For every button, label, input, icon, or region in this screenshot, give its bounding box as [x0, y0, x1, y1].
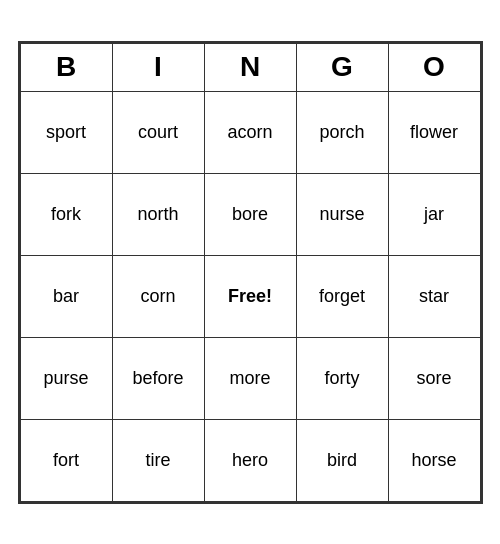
- table-row: pursebeforemorefortysore: [20, 337, 480, 419]
- cell-r1-c3: nurse: [296, 173, 388, 255]
- header-row: BINGO: [20, 43, 480, 91]
- header-g: G: [296, 43, 388, 91]
- cell-r1-c4: jar: [388, 173, 480, 255]
- cell-r1-c1: north: [112, 173, 204, 255]
- header-o: O: [388, 43, 480, 91]
- cell-r2-c0: bar: [20, 255, 112, 337]
- cell-r2-c1: corn: [112, 255, 204, 337]
- cell-r0-c0: sport: [20, 91, 112, 173]
- cell-r4-c2: hero: [204, 419, 296, 501]
- header-n: N: [204, 43, 296, 91]
- cell-r3-c1: before: [112, 337, 204, 419]
- bingo-card: BINGO sportcourtacornporchflowerforknort…: [18, 41, 483, 504]
- cell-r0-c4: flower: [388, 91, 480, 173]
- bingo-table: BINGO sportcourtacornporchflowerforknort…: [20, 43, 481, 502]
- cell-r4-c3: bird: [296, 419, 388, 501]
- cell-r0-c1: court: [112, 91, 204, 173]
- cell-r3-c0: purse: [20, 337, 112, 419]
- cell-r1-c0: fork: [20, 173, 112, 255]
- header-i: I: [112, 43, 204, 91]
- cell-r3-c2: more: [204, 337, 296, 419]
- cell-r2-c3: forget: [296, 255, 388, 337]
- cell-r4-c4: horse: [388, 419, 480, 501]
- cell-r1-c2: bore: [204, 173, 296, 255]
- cell-r2-c4: star: [388, 255, 480, 337]
- table-row: forknorthborenursejar: [20, 173, 480, 255]
- cell-r2-c2: Free!: [204, 255, 296, 337]
- table-row: forttireherobirdhorse: [20, 419, 480, 501]
- table-row: barcornFree!forgetstar: [20, 255, 480, 337]
- cell-r0-c2: acorn: [204, 91, 296, 173]
- header-b: B: [20, 43, 112, 91]
- cell-r0-c3: porch: [296, 91, 388, 173]
- cell-r3-c4: sore: [388, 337, 480, 419]
- table-row: sportcourtacornporchflower: [20, 91, 480, 173]
- cell-r3-c3: forty: [296, 337, 388, 419]
- cell-r4-c0: fort: [20, 419, 112, 501]
- cell-r4-c1: tire: [112, 419, 204, 501]
